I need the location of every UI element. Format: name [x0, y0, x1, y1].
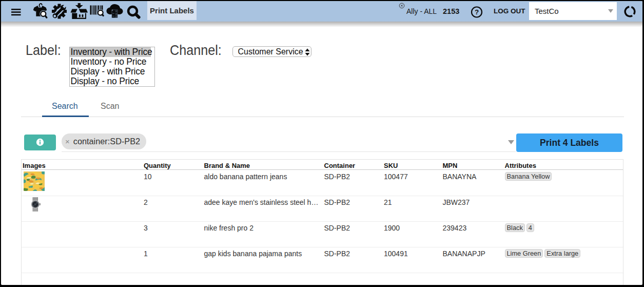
svg-text:?: ? [475, 8, 479, 16]
